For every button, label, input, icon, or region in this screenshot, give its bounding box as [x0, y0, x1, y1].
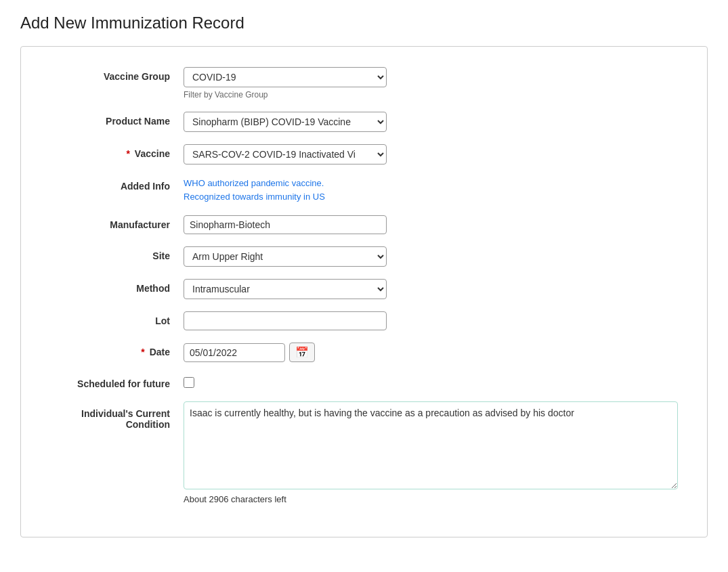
scheduled-checkbox-row — [184, 374, 468, 388]
date-input-row: 📅 — [184, 343, 468, 362]
date-label: * Date — [35, 343, 184, 357]
date-required-marker: * — [141, 347, 144, 357]
added-info-control: WHO authorized pandemic vaccine. Recogni… — [184, 177, 468, 203]
added-info-line1: WHO authorized pandemic vaccine. — [184, 177, 468, 190]
manufacturer-row: Manufacturer — [35, 215, 693, 234]
manufacturer-input[interactable] — [184, 215, 387, 234]
site-row: Site Arm Upper Right Arm Upper Left Thig… — [35, 246, 693, 267]
product-name-control: Sinopharm (BIBP) COVID-19 Vaccine Modern… — [184, 112, 468, 132]
vaccine-group-hint: Filter by Vaccine Group — [184, 90, 468, 100]
condition-control: Isaac is currently healthy, but is havin… — [184, 401, 468, 504]
scheduled-label: Scheduled for future — [35, 374, 184, 389]
lot-row: Lot — [35, 311, 693, 330]
page-title: Add New Immunization Record — [20, 14, 708, 32]
site-label: Site — [35, 246, 184, 261]
condition-row: Individual's Current Condition Isaac is … — [35, 401, 693, 504]
condition-label: Individual's Current Condition — [35, 401, 184, 430]
product-name-label: Product Name — [35, 112, 184, 127]
char-count: About 2906 characters left — [184, 494, 468, 504]
lot-input[interactable] — [184, 311, 387, 330]
condition-textarea[interactable]: Isaac is currently healthy, but is havin… — [184, 401, 678, 489]
calendar-button[interactable]: 📅 — [289, 343, 315, 362]
added-info-line2: Recognized towards immunity in US — [184, 190, 468, 204]
product-name-row: Product Name Sinopharm (BIBP) COVID-19 V… — [35, 112, 693, 132]
calendar-icon: 📅 — [295, 347, 309, 358]
manufacturer-label: Manufacturer — [35, 215, 184, 230]
product-name-select[interactable]: Sinopharm (BIBP) COVID-19 Vaccine Modern… — [184, 112, 387, 132]
vaccine-group-select[interactable]: COVID-19 Influenza MMR Hepatitis A Hepat… — [184, 67, 387, 87]
vaccine-group-control: COVID-19 Influenza MMR Hepatitis A Hepat… — [184, 67, 468, 100]
form-card: Vaccine Group COVID-19 Influenza MMR Hep… — [20, 46, 708, 537]
site-select[interactable]: Arm Upper Right Arm Upper Left Thigh Rig… — [184, 246, 387, 267]
method-row: Method Intramuscular Subcutaneous Oral I… — [35, 279, 693, 299]
method-label: Method — [35, 279, 184, 294]
method-select[interactable]: Intramuscular Subcutaneous Oral Intranas… — [184, 279, 387, 299]
vaccine-select[interactable]: SARS-COV-2 COVID-19 Inactivated Vir Othe… — [184, 144, 387, 164]
site-control: Arm Upper Right Arm Upper Left Thigh Rig… — [184, 246, 468, 267]
vaccine-control: SARS-COV-2 COVID-19 Inactivated Vir Othe… — [184, 144, 468, 164]
date-row: * Date 📅 — [35, 343, 693, 362]
scheduled-control — [184, 374, 468, 388]
method-control: Intramuscular Subcutaneous Oral Intranas… — [184, 279, 468, 299]
lot-label: Lot — [35, 311, 184, 326]
vaccine-group-row: Vaccine Group COVID-19 Influenza MMR Hep… — [35, 67, 693, 100]
vaccine-required-marker: * — [127, 148, 130, 159]
scheduled-checkbox[interactable] — [184, 377, 194, 388]
added-info-row: Added Info WHO authorized pandemic vacci… — [35, 177, 693, 203]
added-info-label: Added Info — [35, 177, 184, 192]
scheduled-row: Scheduled for future — [35, 374, 693, 389]
vaccine-row: * Vaccine SARS-COV-2 COVID-19 Inactivate… — [35, 144, 693, 164]
date-input[interactable] — [184, 343, 285, 362]
manufacturer-control — [184, 215, 468, 234]
lot-control — [184, 311, 468, 330]
date-control: 📅 — [184, 343, 468, 362]
vaccine-label: * Vaccine — [35, 144, 184, 159]
page-container: Add New Immunization Record Vaccine Grou… — [0, 0, 728, 551]
vaccine-group-label: Vaccine Group — [35, 67, 184, 82]
